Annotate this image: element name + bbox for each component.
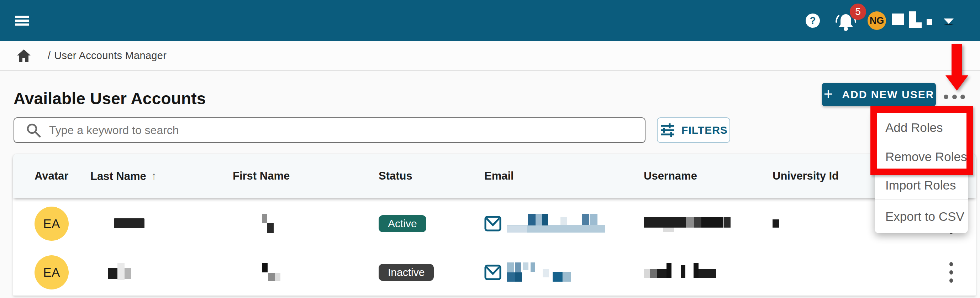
column-header-last-name[interactable]: Last Name↑ [83, 170, 225, 183]
search-icon [25, 122, 41, 138]
status-badge: Inactive [379, 264, 434, 281]
notification-count-badge: 5 [850, 3, 866, 20]
user-accounts-table: Avatar Last Name↑ First Name Status Emai… [13, 154, 976, 296]
top-app-bar: ? 5 NG [0, 0, 980, 41]
menu-item-export-to-csv[interactable]: Export to CSV [875, 199, 968, 233]
row-actions-kebab-icon[interactable] [947, 260, 955, 285]
redacted-last-name [108, 263, 133, 282]
redacted-username [644, 263, 733, 282]
breadcrumb: /User Accounts Manager [0, 41, 980, 71]
add-new-user-label: ADD NEW USER [842, 89, 934, 101]
email-icon [484, 216, 501, 231]
redacted-email [507, 262, 592, 282]
menu-item-import-roles[interactable]: Import Roles [875, 171, 968, 199]
column-header-status[interactable]: Status [371, 170, 476, 182]
page-title: Available User Accounts [14, 89, 206, 108]
redacted-last-name [114, 218, 145, 229]
filters-label: FILTERS [681, 124, 728, 136]
filters-button[interactable]: FILTERS [657, 117, 730, 143]
table-row[interactable]: EA Active [13, 198, 976, 249]
notifications-button[interactable]: 5 [835, 13, 856, 31]
column-header-username[interactable]: Username [636, 170, 760, 182]
column-header-avatar: Avatar [13, 170, 83, 182]
redacted-username [644, 215, 735, 233]
avatar: EA [35, 255, 69, 290]
more-options-button[interactable] [944, 90, 965, 104]
sort-ascending-icon: ↑ [151, 170, 157, 182]
search-box [14, 117, 646, 143]
email-icon [484, 265, 501, 280]
plus-icon: + [824, 85, 834, 103]
menu-item-add-roles[interactable]: Add Roles [875, 109, 968, 143]
status-badge: Active [379, 215, 426, 232]
last-name-label: Last Name [91, 170, 146, 182]
add-new-user-button[interactable]: + ADD NEW USER [822, 83, 936, 106]
user-accounts-manager-screen: ? 5 NG /User Accounts Mana [0, 0, 980, 298]
help-icon[interactable]: ? [806, 14, 820, 28]
more-options-menu: Add Roles Remove Roles Import Roles Expo… [875, 109, 968, 233]
breadcrumb-page-label: User Accounts Manager [54, 50, 167, 61]
redacted-topbar-text [892, 11, 932, 30]
search-input[interactable] [41, 118, 645, 142]
home-icon[interactable] [16, 49, 31, 63]
tune-filter-icon [659, 122, 676, 138]
user-avatar[interactable]: NG [867, 11, 886, 30]
table-row[interactable]: EA Inactive [13, 249, 976, 296]
redacted-first-name [262, 263, 282, 282]
column-header-email[interactable]: Email [476, 170, 636, 182]
menu-item-remove-roles[interactable]: Remove Roles [875, 143, 968, 171]
breadcrumb-current: /User Accounts Manager [48, 50, 167, 62]
column-header-university-id[interactable]: University Id [760, 170, 885, 182]
breadcrumb-separator: / [48, 50, 51, 61]
chevron-down-icon[interactable] [944, 19, 954, 25]
redacted-email [507, 214, 606, 233]
redacted-first-name [262, 214, 276, 234]
table-header-row: Avatar Last Name↑ First Name Status Emai… [13, 154, 976, 198]
topbar-right-cluster: ? 5 NG [806, 0, 954, 41]
avatar: EA [35, 207, 69, 241]
menu-hamburger-icon[interactable] [15, 16, 29, 25]
column-header-first-name[interactable]: First Name [225, 170, 371, 182]
redacted-university-id [773, 219, 780, 228]
